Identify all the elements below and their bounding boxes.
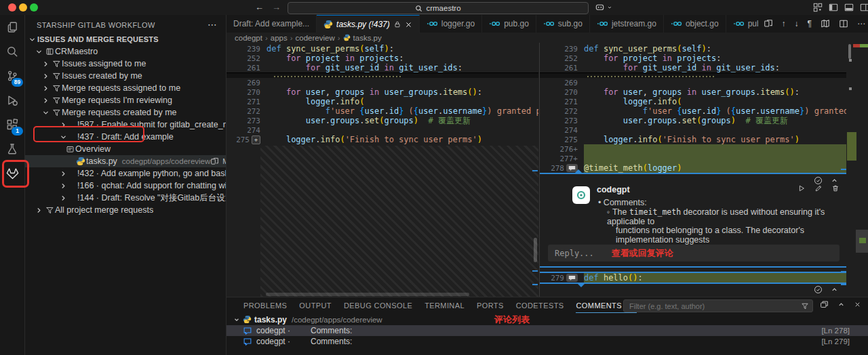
activity-item-extensions[interactable]: 1 bbox=[0, 112, 24, 137]
comment-thread-indicator[interactable] bbox=[566, 274, 578, 282]
open-changes-icon[interactable] bbox=[210, 157, 219, 166]
chevron-right-icon[interactable] bbox=[58, 182, 68, 190]
customize-layout-icon[interactable] bbox=[813, 3, 823, 12]
collapsed-region[interactable] bbox=[540, 72, 846, 78]
maximize-panel-icon[interactable] bbox=[837, 300, 845, 309]
panel-tab-terminal[interactable]: TERMINAL bbox=[418, 297, 471, 313]
chevron-right-icon[interactable] bbox=[40, 60, 51, 68]
chevron-right-icon[interactable] bbox=[40, 85, 51, 92]
comment-row-0[interactable]: codegpt ·Comments:[Ln 278] bbox=[226, 325, 868, 336]
comments-filter[interactable] bbox=[623, 299, 813, 312]
chevron-right-icon[interactable] bbox=[40, 72, 51, 80]
reply-input[interactable]: Reply... 查看或回复评论 bbox=[548, 245, 840, 262]
chevron-down-icon[interactable] bbox=[33, 48, 44, 56]
filter-input[interactable] bbox=[624, 302, 801, 310]
tree-item-label: !432 · Add example python, go and bash c… bbox=[77, 169, 226, 178]
horizontal-scrollbar[interactable] bbox=[266, 293, 469, 296]
tab-object.go[interactable]: object.go bbox=[664, 15, 726, 33]
tree-item-10[interactable]: tasks.pycodegpt/apps/codereviewM, bbox=[25, 155, 226, 167]
tree-item-12[interactable]: !166 · qchat: Add support for chatting w… bbox=[25, 180, 226, 192]
tab-Draft--Add-example...[interactable]: Draft: Add example... bbox=[226, 15, 317, 33]
copilot-menu[interactable] bbox=[595, 2, 612, 12]
tree-item-6[interactable]: Merge requests created by me bbox=[25, 106, 226, 119]
next-change-icon[interactable]: ↓ bbox=[795, 19, 799, 28]
window-minimize-button[interactable] bbox=[19, 3, 27, 12]
nav-forward-icon[interactable]: → bbox=[272, 2, 281, 12]
run-comment-icon[interactable] bbox=[797, 184, 806, 192]
comment-row-1[interactable]: codegpt ·Comments:[Ln 279] bbox=[226, 336, 868, 347]
chevron-down-icon[interactable] bbox=[58, 133, 68, 141]
breadcrumb-item[interactable]: codegpt bbox=[235, 34, 262, 42]
command-center-search[interactable]: crmaestro bbox=[288, 2, 589, 14]
panel-tab-output[interactable]: OUTPUT bbox=[293, 297, 338, 313]
prev-change-icon[interactable]: ↑ bbox=[782, 19, 786, 28]
filter-icon[interactable] bbox=[801, 302, 812, 310]
activity-item-testing[interactable] bbox=[0, 137, 24, 161]
open-changes-icon[interactable] bbox=[764, 19, 773, 28]
close-panel-icon[interactable] bbox=[854, 300, 861, 309]
panel-tab-codetests[interactable]: CODETESTS bbox=[510, 297, 570, 313]
tab-sub.go[interactable]: sub.go bbox=[536, 15, 590, 33]
edit-comment-icon[interactable] bbox=[814, 184, 823, 192]
tree-item-11[interactable]: !432 · Add example python, go and bash c… bbox=[25, 167, 226, 180]
code-line-270: 270 for user, groups in user_groups.item… bbox=[540, 87, 846, 97]
toggle-primary-sidebar-icon[interactable] bbox=[829, 3, 838, 12]
panel-tab-debug-console[interactable]: DEBUG CONSOLE bbox=[338, 297, 418, 313]
close-tab-icon[interactable] bbox=[405, 21, 412, 28]
tree-item-5[interactable]: Merge requests I'm reviewing bbox=[25, 94, 226, 106]
activity-item-search[interactable] bbox=[0, 39, 24, 64]
breadcrumb-item[interactable]: tasks.py bbox=[353, 34, 382, 42]
panel-tab-problems[interactable]: PROBLEMS bbox=[237, 297, 293, 313]
activity-item-gitlab[interactable] bbox=[0, 161, 24, 186]
collapse-thread-icon[interactable] bbox=[831, 285, 838, 294]
tab-pub.go[interactable]: pub.go bbox=[482, 15, 536, 33]
activity-item-source-control[interactable]: 89 bbox=[0, 64, 24, 88]
nav-back-icon[interactable]: ← bbox=[255, 2, 264, 12]
breadcrumb-item[interactable]: codereview bbox=[296, 34, 335, 42]
chevron-right-icon[interactable] bbox=[58, 194, 68, 202]
window-zoom-button[interactable] bbox=[30, 3, 38, 12]
tree-item-2[interactable]: Issues assigned to me bbox=[25, 58, 226, 70]
sidebar-more-actions-icon[interactable]: ⋯ bbox=[208, 19, 217, 30]
toggle-panel-icon[interactable] bbox=[844, 3, 854, 12]
collapsed-region[interactable] bbox=[226, 72, 538, 78]
split-editor-icon[interactable] bbox=[839, 19, 848, 28]
tree-item-8[interactable]: !437 · Draft: Add example bbox=[25, 131, 226, 143]
tab-logger.go[interactable]: logger.go bbox=[420, 15, 482, 33]
code-text: logger.info('Finish to sync user perms') bbox=[267, 135, 538, 144]
tree-item-13[interactable]: !144 · Draft: Resolve "对接Gitlab后台设置完善" bbox=[25, 192, 226, 204]
delete-comment-icon[interactable] bbox=[831, 184, 840, 192]
map-icon[interactable] bbox=[821, 19, 830, 28]
chevron-right-icon[interactable] bbox=[58, 121, 68, 129]
chevron-down-icon[interactable] bbox=[26, 36, 37, 43]
activity-item-run-debug[interactable] bbox=[0, 88, 24, 112]
tree-item-4[interactable]: Merge requests assigned to me bbox=[25, 82, 226, 94]
tree-item-1[interactable]: CRMaestro bbox=[25, 45, 226, 58]
window-close-button[interactable] bbox=[8, 3, 16, 12]
comments-file-group[interactable]: tasks.py /codegpt/apps/codereview 评论列表 bbox=[226, 314, 868, 325]
tree-item-9[interactable]: Overview bbox=[25, 143, 226, 155]
more-icon[interactable]: ⋯ bbox=[857, 19, 865, 28]
resolve-comment-icon[interactable] bbox=[814, 285, 823, 294]
chevron-right-icon[interactable] bbox=[58, 170, 68, 178]
tab-tasks.py-(!437)[interactable]: tasks.py (!437) bbox=[317, 15, 420, 33]
panel-views-icon[interactable] bbox=[820, 300, 829, 309]
panel-tab-ports[interactable]: PORTS bbox=[471, 297, 510, 313]
overview-slider[interactable] bbox=[534, 238, 537, 262]
tree-item-0[interactable]: ISSUES AND MERGE REQUESTS bbox=[25, 33, 226, 45]
activity-item-explorer[interactable] bbox=[0, 15, 24, 39]
toggle-secondary-sidebar-icon[interactable] bbox=[860, 3, 868, 12]
scrollbar-slider[interactable] bbox=[848, 44, 851, 59]
filter-icon bbox=[51, 96, 62, 105]
breadcrumb-item[interactable]: apps bbox=[271, 34, 288, 42]
tree-item-14[interactable]: All project merge requests bbox=[25, 204, 226, 216]
add-comment-button[interactable]: + bbox=[252, 135, 260, 144]
tree-item-3[interactable]: Issues created by me bbox=[25, 70, 226, 82]
minimap[interactable] bbox=[847, 43, 868, 297]
tab-jetstream.go[interactable]: jetstream.go bbox=[590, 15, 664, 33]
chevron-right-icon[interactable] bbox=[33, 207, 44, 214]
tree-item-7[interactable]: !587 · Enable submit for gitlab_create_m… bbox=[25, 119, 226, 131]
toggle-whitespace-icon[interactable]: ¶ bbox=[808, 19, 812, 28]
chevron-down-icon[interactable] bbox=[40, 109, 51, 117]
chevron-right-icon[interactable] bbox=[40, 97, 51, 104]
